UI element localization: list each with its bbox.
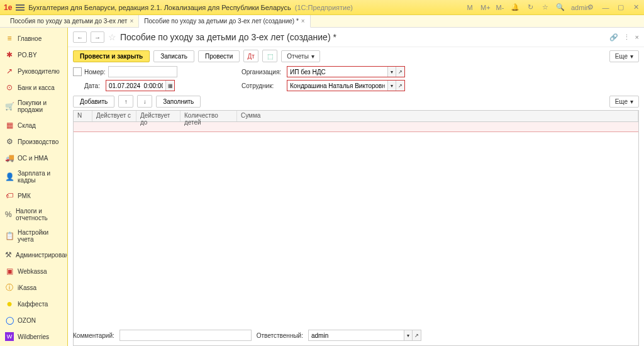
footer: Комментарий: Ответственный: ▾ ↗ [68, 327, 644, 343]
responsible-field-wrap: ▾ ↗ [308, 330, 421, 341]
col-sum[interactable]: Сумма [237, 111, 638, 121]
sidebar-label: OZON [18, 317, 36, 324]
sidebar: ≡Главное ✱PO.BY ↗Руководителю ⊙Банк и ка… [0, 28, 68, 346]
calendar-icon[interactable]: ▦ [165, 81, 174, 91]
history-icon[interactable]: ↻ [526, 3, 535, 11]
structure-button[interactable]: ⬚ [262, 50, 277, 62]
movements-button[interactable]: Дт [243, 50, 258, 62]
responsible-input[interactable] [309, 330, 404, 340]
percent-icon: % [5, 210, 12, 219]
sidebar-label: ОС и НМА [18, 155, 48, 162]
dropdown-icon[interactable]: ▾ [387, 67, 396, 77]
minimize-icon[interactable]: — [601, 4, 610, 11]
page-title: Пособие по уходу за детьми до 3-ех лет (… [120, 32, 336, 42]
link-icon[interactable]: 🔗 [609, 33, 618, 42]
sidebar-item-warehouse[interactable]: ▦Склад [0, 117, 67, 133]
date-input[interactable] [106, 81, 165, 91]
sidebar-item-admin[interactable]: ⚒Администрирование [0, 247, 67, 263]
sidebar-item-main[interactable]: ≡Главное [0, 30, 67, 47]
manual-number-checkbox[interactable] [73, 67, 82, 76]
chevron-down-icon: ▾ [630, 98, 633, 105]
move-down-button[interactable]: ↓ [137, 95, 152, 108]
col-n[interactable]: N [74, 111, 92, 121]
emp-input[interactable] [287, 81, 387, 91]
tab-document[interactable]: Пособие по уходу за детьми до 3-ех лет (… [139, 15, 310, 28]
sidebar-item-bank[interactable]: ⊙Банк и касса [0, 79, 67, 96]
settings-icon[interactable]: ⚙ [586, 3, 595, 11]
star-icon[interactable]: ☆ [541, 3, 550, 11]
col-to[interactable]: Действует до [136, 111, 180, 121]
sidebar-item-ikassa[interactable]: ⓘiKassa [0, 279, 67, 296]
table: N Действует с Действует до Количество де… [73, 110, 639, 346]
chevron-down-icon: ▾ [311, 53, 314, 60]
number-field-wrap [108, 66, 177, 77]
memory-mminus[interactable]: M- [496, 4, 504, 11]
comment-input[interactable] [119, 330, 252, 341]
tab-list[interactable]: Пособия по уходу за детьми до 3-ех лет × [5, 15, 139, 27]
truck-icon: 🚚 [5, 153, 14, 162]
table-more-dropdown[interactable]: Еще▾ [609, 96, 639, 108]
sidebar-label: Зарплата и кадры [18, 170, 62, 184]
open-ref-icon[interactable]: ↗ [396, 81, 404, 91]
table-row[interactable] [74, 122, 638, 132]
sidebar-label: Администрирование [16, 252, 68, 259]
date-field-wrap: ▦ [106, 80, 175, 91]
col-kids[interactable]: Количество детей [180, 111, 237, 121]
forward-button[interactable]: → [91, 31, 104, 43]
dropdown-icon[interactable]: ▾ [404, 330, 413, 340]
emp-label: Сотрудник: [242, 82, 284, 89]
topbar: 1e Бухгалтерия для Беларуси, редакция 2.… [0, 0, 644, 15]
dropdown-icon[interactable]: ▾ [387, 81, 396, 91]
back-button[interactable]: ← [73, 31, 87, 43]
close-panel-icon[interactable]: × [635, 33, 639, 42]
sidebar-item-sales[interactable]: 🛒Покупки и продажи [0, 96, 67, 117]
sidebar-label: Склад [18, 122, 36, 129]
open-ref-icon[interactable]: ↗ [412, 330, 421, 340]
memory-mplus[interactable]: M+ [480, 4, 489, 11]
sidebar-item-manager[interactable]: ↗Руководителю [0, 63, 67, 79]
write-button[interactable]: Записать [153, 50, 194, 62]
sidebar-item-wildberries[interactable]: WWildberries [0, 328, 67, 345]
sidebar-item-production[interactable]: ⚙Производство [0, 133, 67, 150]
sidebar-item-rmk[interactable]: 🏷РМК [0, 187, 67, 204]
home-icon: ≡ [5, 34, 14, 43]
number-input[interactable] [109, 67, 177, 77]
sidebar-item-taxes[interactable]: %Налоги и отчетность [0, 204, 67, 225]
move-up-button[interactable]: ↑ [118, 95, 133, 108]
sidebar-item-assets[interactable]: 🚚ОС и НМА [0, 150, 67, 166]
tab-close-icon[interactable]: × [301, 18, 305, 25]
wildberries-icon: W [5, 332, 14, 341]
reports-dropdown[interactable]: Отчеты▾ [281, 50, 320, 62]
favorite-icon[interactable]: ☆ [108, 32, 116, 42]
maximize-icon[interactable]: ▢ [616, 3, 625, 11]
post-button[interactable]: Провести [198, 50, 240, 62]
sidebar-item-settings[interactable]: 📋Настройки учета [0, 225, 67, 247]
memory-m[interactable]: M [465, 4, 474, 11]
search-icon[interactable]: 🔍 [556, 3, 565, 11]
col-from[interactable]: Действует с [92, 111, 136, 121]
org-input[interactable] [287, 67, 387, 77]
sidebar-item-poby[interactable]: ✱PO.BY [0, 47, 67, 63]
fill-button[interactable]: Заполнить [156, 96, 201, 108]
toolbar: Провести и закрыть Записать Провести Дт … [68, 47, 644, 65]
add-button[interactable]: Добавить [73, 96, 114, 108]
chevron-down-icon: ▾ [630, 53, 633, 60]
emp-field-wrap: ▾ ↗ [287, 80, 405, 91]
sidebar-label: Настройки учета [18, 229, 62, 243]
sidebar-item-ozon[interactable]: ◯OZON [0, 312, 67, 328]
date-label: Дата: [84, 82, 103, 89]
more-dropdown[interactable]: Еще▾ [609, 50, 639, 62]
form-row-2: Дата: ▦ Сотрудник: ▾ ↗ [68, 79, 644, 92]
kebab-icon[interactable]: ⋮ [623, 33, 630, 42]
tab-close-icon[interactable]: × [130, 18, 133, 25]
bell-icon[interactable]: 🔔 [511, 3, 519, 11]
sidebar-item-webkassa[interactable]: ▣Webkassa [0, 263, 67, 279]
open-ref-icon[interactable]: ↗ [396, 67, 404, 77]
close-icon[interactable]: ✕ [631, 3, 640, 11]
sidebar-item-salary[interactable]: 👤Зарплата и кадры [0, 166, 67, 187]
user-label[interactable]: admin [571, 4, 580, 11]
main: ← → ☆ Пособие по уходу за детьми до 3-ех… [68, 28, 644, 346]
post-and-close-button[interactable]: Провести и закрыть [73, 50, 150, 62]
menu-icon[interactable] [16, 4, 25, 11]
sidebar-item-kaffesta[interactable]: ●Каффеста [0, 296, 67, 312]
